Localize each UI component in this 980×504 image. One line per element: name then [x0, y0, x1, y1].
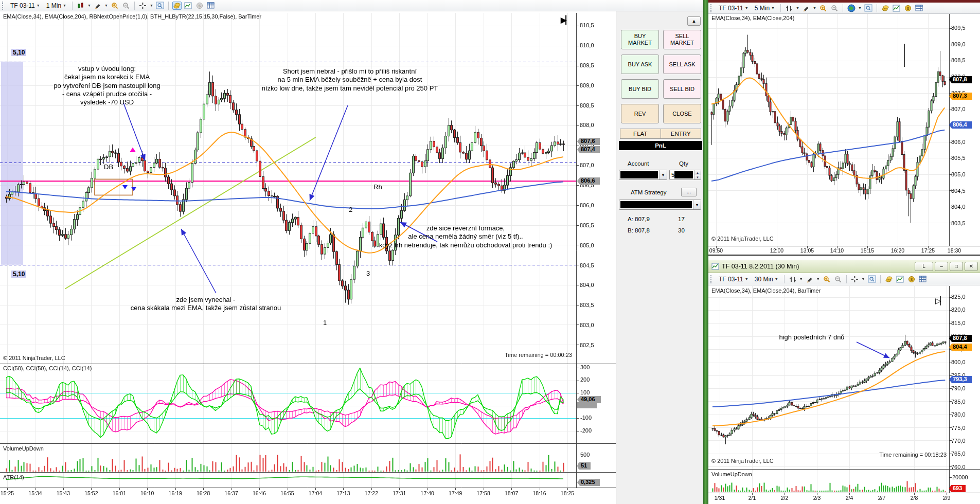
draw-tool-icon[interactable]: [801, 4, 811, 12]
cci-axis-label: 300: [580, 364, 590, 370]
chart-style-icon[interactable]: [76, 2, 85, 10]
time-axis-label: 2/4: [846, 495, 853, 501]
data-grid-icon[interactable]: [915, 4, 924, 12]
annotation-short: Short jsem nebral - přišlo mi to příliš …: [262, 67, 438, 93]
rb-volume-tag: 693: [949, 485, 966, 492]
zoom-out-icon[interactable]: [121, 2, 131, 10]
reverse-button[interactable]: REV: [621, 104, 659, 123]
chart-window-icon[interactable]: [864, 4, 873, 12]
chevron-down-icon[interactable]: ▼: [862, 277, 865, 281]
axis-label: 804,5: [951, 188, 975, 194]
data-grid-icon[interactable]: [206, 2, 216, 10]
interval-selector[interactable]: 30 Min▼: [753, 275, 780, 284]
chevron-down-icon[interactable]: ▼: [150, 4, 153, 7]
chart-style-icon[interactable]: [785, 4, 794, 12]
toolbar-grip[interactable]: [2, 2, 5, 10]
zoom-in-icon[interactable]: [818, 4, 828, 12]
draw-tool-icon[interactable]: [805, 275, 814, 283]
qty-stepper[interactable]: 5 ▲▼: [669, 170, 701, 180]
time-axis-label: 09:50: [709, 247, 723, 254]
time-axis-label: 16:19: [169, 490, 182, 496]
mini-chart-icon[interactable]: [896, 275, 905, 283]
interval-selector[interactable]: 1 Min▼: [44, 1, 68, 10]
redacted-atm-value: [620, 201, 692, 208]
link-button[interactable]: L: [915, 262, 933, 271]
draw-tool-icon[interactable]: [93, 2, 102, 10]
cci-tag: 49,06: [577, 396, 601, 403]
axis-label: 805,0: [951, 171, 975, 177]
account-select[interactable]: ▼: [619, 170, 667, 180]
chart-trader-icon[interactable]: [881, 4, 890, 12]
volume-indicator-label: VolumeUpDown: [3, 445, 44, 452]
chevron-down-icon[interactable]: ▼: [799, 277, 803, 281]
toolbar-grip[interactable]: [710, 275, 713, 283]
axis-label: 808,5: [951, 57, 975, 63]
buy-bid-button[interactable]: BUY BID: [621, 79, 659, 99]
instrument-selector[interactable]: TF 03-11▼: [8, 1, 42, 10]
entry-button[interactable]: ENTRY: [661, 129, 701, 138]
chevron-down-icon[interactable]: ▼: [796, 6, 799, 10]
zoom-in-icon[interactable]: [822, 275, 831, 283]
crosshair-icon[interactable]: [850, 275, 860, 283]
spin-up-icon[interactable]: ▲: [694, 170, 701, 175]
axis-label: 775,0: [951, 425, 975, 431]
zoom-out-icon[interactable]: [830, 4, 839, 12]
mini-chart-icon[interactable]: [184, 2, 193, 10]
chevron-down-icon[interactable]: ▼: [816, 277, 820, 281]
chart-trader-icon[interactable]: [172, 2, 182, 10]
time-axis-label: 16:55: [280, 490, 294, 496]
axis-label: 803,5: [580, 302, 603, 308]
flat-button[interactable]: FLAT: [620, 129, 661, 138]
toolbar-separator: [877, 4, 877, 12]
instrument-selector[interactable]: TF 03-11▼: [717, 275, 751, 284]
coin-icon[interactable]: $: [903, 4, 913, 12]
sell-ask-button[interactable]: SELL ASK: [663, 55, 701, 74]
time-axis-label: 16:46: [253, 490, 266, 496]
atm-strategy-select[interactable]: ▼: [619, 200, 701, 210]
chevron-down-icon[interactable]: ▼: [104, 4, 108, 7]
instrument-selector[interactable]: TF 03-11▼: [717, 4, 751, 13]
collapse-button[interactable]: ▲: [687, 16, 701, 26]
atm-more-button[interactable]: ...: [681, 188, 697, 196]
chart-style-icon[interactable]: [788, 275, 797, 283]
maximize-button[interactable]: □: [950, 262, 963, 271]
close-button[interactable]: CLOSE: [663, 104, 701, 123]
right-bottom-window-titlebar[interactable]: TF 03-11 8.2.2011 (30 Min) L – □ ✕: [708, 260, 980, 273]
chart-trader-icon[interactable]: [884, 275, 894, 283]
axis-label: 805,5: [951, 155, 975, 161]
axis-label: 765,0: [951, 451, 975, 457]
buy-market-button[interactable]: BUY MARKET: [621, 30, 659, 49]
chevron-down-icon: ▼: [771, 6, 775, 10]
right-top-chart-canvas[interactable]: [708, 14, 980, 256]
time-axis-label: 18:25: [561, 490, 574, 496]
chevron-down-icon[interactable]: ▼: [87, 4, 91, 7]
globe-icon[interactable]: [847, 4, 856, 12]
chart-window-icon[interactable]: [867, 275, 877, 283]
coin-icon[interactable]: $: [907, 275, 916, 283]
mini-chart-icon[interactable]: [892, 4, 901, 12]
time-axis-label: 15:52: [84, 490, 98, 496]
window-chart-icon: [710, 262, 720, 271]
go-to-end-icon[interactable]: ▶▏: [561, 15, 571, 25]
chevron-down-icon[interactable]: ▼: [659, 170, 667, 179]
go-to-end-icon[interactable]: ▷▏: [935, 296, 945, 305]
toolbar-grip[interactable]: [710, 4, 713, 12]
zoom-out-icon[interactable]: [833, 275, 843, 283]
spin-down-icon[interactable]: ▼: [694, 175, 701, 179]
sell-bid-button[interactable]: SELL BID: [663, 79, 701, 99]
minimize-button[interactable]: –: [935, 262, 948, 271]
chevron-down-icon[interactable]: ▼: [813, 6, 816, 10]
interval-selector[interactable]: 5 Min▼: [753, 4, 777, 13]
crosshair-icon[interactable]: [138, 2, 148, 10]
window-divider[interactable]: [703, 0, 708, 504]
chevron-down-icon[interactable]: ▼: [693, 200, 701, 209]
chevron-down-icon[interactable]: ▼: [858, 6, 862, 10]
svg-text:$: $: [199, 4, 201, 8]
buy-ask-button[interactable]: BUY ASK: [621, 55, 659, 74]
chart-window-icon[interactable]: [155, 2, 165, 10]
zoom-in-icon[interactable]: [110, 2, 119, 10]
data-grid-icon[interactable]: [918, 275, 928, 283]
sell-market-button[interactable]: SELL MARKET: [663, 30, 701, 49]
close-button[interactable]: ✕: [965, 262, 978, 271]
time-axis-label: 15:15: [861, 247, 874, 254]
